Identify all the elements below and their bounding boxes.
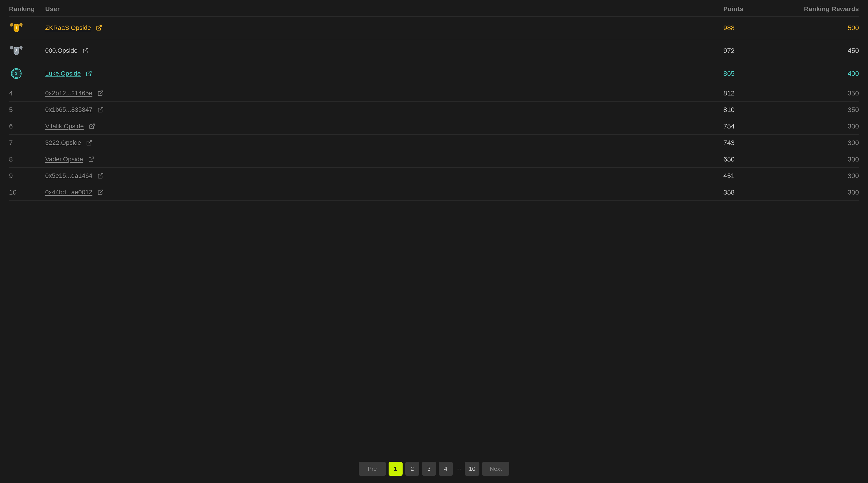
svg-line-13 [100, 173, 103, 176]
page-1-button[interactable]: 1 [389, 462, 403, 476]
rewards-cell: 400 [791, 70, 859, 77]
table-row: 8 Vader.Opside 650 300 [9, 151, 859, 168]
page-2-button[interactable]: 2 [405, 462, 419, 476]
svg-line-3 [85, 49, 88, 51]
rank-cell: 9 [9, 172, 45, 180]
rank-number: 8 [9, 155, 13, 163]
rewards-cell: 450 [791, 47, 859, 55]
page-3-button[interactable]: 3 [422, 462, 436, 476]
table-row: 5 0x1b65...835847 810 350 [9, 102, 859, 118]
rank-cell: 5 [9, 106, 45, 114]
rank-cell: 8 [9, 155, 45, 163]
rank-number: 9 [9, 172, 13, 180]
points-cell: 743 [723, 139, 791, 147]
rank-cell: 4 [9, 89, 45, 97]
table-row: 1 ZKRaaS.Opside 988 500 [9, 17, 859, 39]
rewards-col-header: Ranking Rewards [791, 5, 859, 13]
table-body: 1 ZKRaaS.Opside 988 500 [9, 17, 859, 201]
svg-line-11 [89, 141, 92, 143]
points-cell: 650 [723, 155, 791, 163]
user-cell: ZKRaaS.Opside [45, 24, 723, 32]
table-row: 2 000.Opside 972 450 [9, 39, 859, 62]
points-col-header: Points [723, 5, 791, 13]
points-cell: 865 [723, 70, 791, 77]
rank-cell: 10 [9, 189, 45, 196]
external-link-icon[interactable] [82, 47, 90, 55]
rewards-cell: 350 [791, 89, 859, 97]
user-cell: 3222.Opside [45, 139, 723, 147]
external-link-icon[interactable] [88, 122, 96, 130]
username[interactable]: Vitalik.Opside [45, 123, 84, 130]
user-cell: Vader.Opside [45, 155, 723, 163]
next-button[interactable]: Next [482, 462, 509, 476]
user-cell: Vitalik.Opside [45, 122, 723, 130]
username[interactable]: ZKRaaS.Opside [45, 24, 91, 31]
rank-number: 5 [9, 106, 13, 114]
svg-line-10 [91, 124, 94, 127]
user-cell: 0x2b12...21465e [45, 89, 723, 97]
external-link-icon[interactable] [87, 155, 95, 163]
username[interactable]: 000.Opside [45, 47, 78, 54]
points-cell: 810 [723, 106, 791, 114]
page-10-button[interactable]: 10 [465, 462, 479, 476]
table-row: 9 0x5e15...da1464 451 300 [9, 168, 859, 184]
external-link-icon[interactable] [96, 188, 105, 196]
svg-line-8 [100, 91, 103, 94]
svg-text:2: 2 [16, 49, 18, 53]
username[interactable]: Vader.Opside [45, 155, 83, 163]
svg-line-12 [91, 157, 94, 160]
table-row: 6 Vitalik.Opside 754 300 [9, 118, 859, 135]
svg-line-9 [100, 108, 103, 110]
username[interactable]: 0x1b65...835847 [45, 106, 92, 113]
rewards-cell: 300 [791, 172, 859, 180]
user-cell: 000.Opside [45, 47, 723, 55]
pagination: Pre 1 2 3 4 ··· 10 Next [0, 455, 868, 483]
rewards-cell: 500 [791, 24, 859, 32]
rank-cell: 7 [9, 139, 45, 147]
svg-line-1 [98, 26, 101, 29]
page-dots: ··· [456, 465, 462, 472]
points-cell: 451 [723, 172, 791, 180]
rank-number: 10 [9, 189, 17, 196]
rewards-cell: 300 [791, 139, 859, 147]
table-row: 7 3222.Opside 743 300 [9, 135, 859, 151]
table-row: 10 0x44bd...ae0012 358 300 [9, 184, 859, 201]
external-link-icon[interactable] [85, 69, 93, 78]
external-link-icon[interactable] [96, 89, 105, 97]
rank-cell: 2 [9, 44, 45, 58]
rank-cell: 1 [9, 21, 45, 35]
user-cell: Luke.Opside [45, 69, 723, 78]
rewards-cell: 300 [791, 189, 859, 196]
external-link-icon[interactable] [95, 24, 103, 32]
table-header: Ranking User Points Ranking Rewards [9, 0, 859, 17]
external-link-icon[interactable] [96, 106, 105, 114]
username[interactable]: Luke.Opside [45, 70, 81, 77]
rank-number: 7 [9, 139, 13, 147]
points-cell: 358 [723, 189, 791, 196]
page-4-button[interactable]: 4 [439, 462, 453, 476]
user-cell: 0x1b65...835847 [45, 106, 723, 114]
svg-text:1: 1 [16, 26, 18, 30]
points-cell: 754 [723, 122, 791, 130]
ranking-col-header: Ranking [9, 5, 45, 13]
user-col-header: User [45, 5, 723, 13]
rank-cell: 3 [9, 66, 45, 81]
external-link-icon[interactable] [96, 172, 105, 180]
username[interactable]: 0x44bd...ae0012 [45, 189, 92, 196]
points-cell: 812 [723, 89, 791, 97]
rewards-cell: 300 [791, 122, 859, 130]
external-link-icon[interactable] [85, 139, 93, 147]
points-cell: 988 [723, 24, 791, 32]
svg-line-14 [100, 190, 103, 193]
rank-number: 4 [9, 89, 13, 97]
username[interactable]: 0x2b12...21465e [45, 90, 92, 97]
rewards-cell: 300 [791, 155, 859, 163]
user-cell: 0x5e15...da1464 [45, 172, 723, 180]
rank-number: 6 [9, 122, 13, 130]
prev-button[interactable]: Pre [359, 462, 386, 476]
username[interactable]: 0x5e15...da1464 [45, 172, 92, 179]
svg-line-7 [88, 71, 91, 74]
leaderboard-container: Ranking User Points Ranking Rewards 1 ZK… [0, 0, 868, 455]
username[interactable]: 3222.Opside [45, 139, 81, 146]
table-row: 4 0x2b12...21465e 812 350 [9, 85, 859, 102]
